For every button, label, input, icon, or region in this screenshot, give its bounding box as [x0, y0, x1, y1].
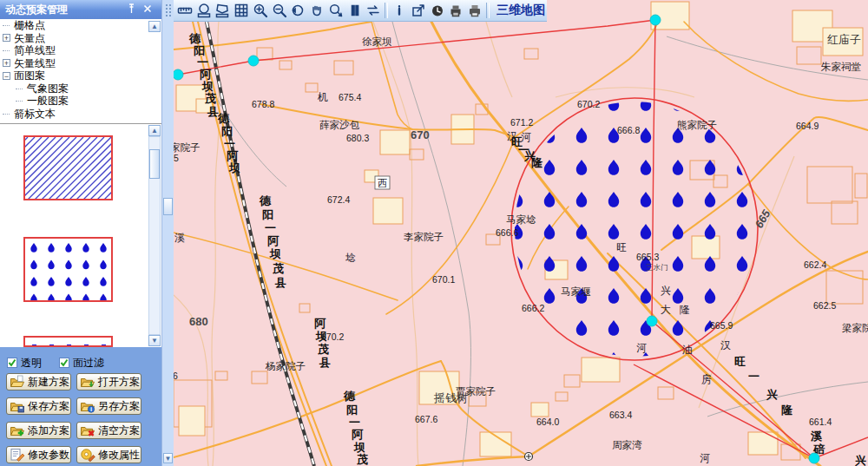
pattern-swatch-partial[interactable]: [23, 336, 113, 347]
button-label: 打开方案: [98, 375, 140, 390]
grid-button[interactable]: [232, 1, 251, 20]
map-3d-button[interactable]: 三维地图: [496, 3, 545, 18]
zoom-in-button[interactable]: [251, 1, 270, 20]
panel-scroll-thumb[interactable]: [163, 198, 173, 215]
panel-splitter[interactable]: ▼: [161, 0, 174, 466]
map-label: 德: [343, 390, 356, 403]
map-label: 房: [701, 373, 712, 385]
clock-button[interactable]: [428, 1, 447, 20]
folder-saveas-icon: i: [80, 399, 95, 414]
tree-item-栅格点[interactable]: 栅格点: [0, 19, 161, 32]
button-label: 清空方案: [98, 423, 140, 438]
checkbox-面过滤[interactable]: 面过滤: [59, 358, 104, 369]
zoom-prev-button[interactable]: [289, 1, 308, 20]
expand-icon[interactable]: +: [3, 34, 10, 42]
tree-item-矢量线型[interactable]: +矢量线型: [0, 57, 161, 70]
map-label: 阳: [221, 125, 233, 138]
map-label: 665.3: [636, 252, 659, 262]
map-label: 670.1: [432, 274, 455, 285]
control-point-handle[interactable]: [650, 15, 661, 25]
map-label: 县: [207, 105, 219, 118]
edit-props-icon: [80, 448, 95, 463]
junction-symbol: [525, 453, 533, 461]
control-point-handle[interactable]: [248, 56, 259, 66]
export-button[interactable]: [409, 1, 428, 20]
pan-button[interactable]: [307, 1, 326, 20]
map-label: 红庙子: [827, 33, 861, 46]
print-button[interactable]: [465, 1, 484, 20]
button-添加方案[interactable]: 添加方案: [6, 422, 71, 439]
folder-open-icon: [80, 375, 95, 390]
tree-item-面图案[interactable]: −面图案: [0, 69, 161, 82]
measure-polygon-button[interactable]: [214, 1, 233, 20]
pattern-swatch-diagonal-lines[interactable]: [23, 135, 113, 200]
tree-item-label: 矢量线型: [14, 57, 56, 70]
map-label: 一: [349, 416, 360, 429]
tree-item-矢量点[interactable]: +矢量点: [0, 32, 161, 45]
pan-icon: [309, 3, 325, 18]
button-保存方案[interactable]: 保存方案: [6, 397, 71, 415]
checkmark-icon: [59, 358, 69, 368]
checkbox-透明[interactable]: 透明: [7, 358, 42, 369]
map-label: 摇钱树: [433, 391, 468, 404]
checkmark-icon: [7, 358, 17, 368]
pause-icon: [347, 3, 363, 18]
measure-distance-button[interactable]: [175, 1, 194, 20]
map-label: 油: [682, 344, 693, 356]
map-label: 河: [700, 452, 710, 464]
folder-new-icon: [10, 375, 25, 390]
control-point-handle[interactable]: [174, 69, 183, 80]
plan-controls: 透明面过滤新建方案打开方案保存方案i另存方案添加方案清空方案修改参数修改属性: [0, 347, 161, 466]
button-清空方案[interactable]: 清空方案: [76, 422, 141, 439]
collapse-icon[interactable]: −: [3, 72, 10, 80]
map-label: 671.2: [510, 117, 533, 128]
map-label: 德: [188, 32, 201, 45]
zoom-out-icon: [272, 3, 287, 18]
building: [179, 406, 205, 436]
map-label: 阳: [346, 404, 358, 417]
pin-icon[interactable]: [125, 3, 137, 16]
map-label: 茂: [272, 262, 284, 275]
tree-item-气象图案[interactable]: 气象图案: [0, 82, 161, 95]
tree-line: [3, 50, 10, 51]
control-point-handle[interactable]: [809, 453, 819, 463]
map-label: 茂: [356, 453, 368, 466]
swatch-scroll-thumb[interactable]: [149, 149, 160, 179]
map-label: 666.2: [522, 303, 544, 313]
swap-button[interactable]: [365, 1, 384, 20]
panel-scroll-down[interactable]: ▼: [163, 453, 173, 463]
tree-item-label: 气象图案: [27, 82, 69, 95]
button-修改属性[interactable]: 修改属性: [76, 446, 141, 463]
map-label: .6: [174, 371, 178, 381]
measure-round-button[interactable]: [194, 1, 214, 20]
close-icon[interactable]: [141, 3, 154, 16]
map-label: 665.9: [710, 320, 733, 331]
swatch-scroll-up[interactable]: ▲: [148, 125, 161, 136]
button-修改参数[interactable]: 修改参数: [6, 446, 71, 463]
map-label: 朱家祠堂: [820, 62, 861, 72]
expand-icon[interactable]: +: [3, 59, 10, 67]
map-canvas[interactable]: 678.8675.4680.3672.4670.1671.2670.2670.2…: [174, 0, 868, 466]
map-label: 德: [259, 194, 272, 207]
tree-scroll-up[interactable]: ▲: [148, 21, 161, 32]
print-preview-button[interactable]: [446, 1, 465, 20]
tree-item-简单线型[interactable]: 简单线型: [0, 44, 161, 57]
building: [748, 432, 778, 455]
map-label: 667.6: [415, 414, 437, 424]
pattern-swatch-raindrops[interactable]: [23, 237, 113, 302]
zoom-out-button[interactable]: [270, 1, 289, 20]
info-button[interactable]: [390, 1, 409, 20]
map-label: 西: [378, 178, 387, 188]
map-label: 溪: [174, 232, 185, 244]
swatch-scroll-down[interactable]: ▼: [148, 335, 161, 346]
tree-item-箭标文本[interactable]: 箭标文本: [0, 108, 161, 121]
button-新建方案[interactable]: 新建方案: [6, 373, 71, 391]
zoom-window-button[interactable]: [326, 1, 345, 20]
map-label: 马家埝: [506, 214, 536, 225]
control-point-handle[interactable]: [647, 316, 657, 326]
building: [692, 236, 720, 259]
button-打开方案[interactable]: 打开方案: [76, 373, 141, 391]
tree-item-一般图案[interactable]: 一般图案: [0, 95, 161, 108]
pause-button[interactable]: [345, 1, 365, 20]
button-另存方案[interactable]: i另存方案: [76, 397, 141, 415]
